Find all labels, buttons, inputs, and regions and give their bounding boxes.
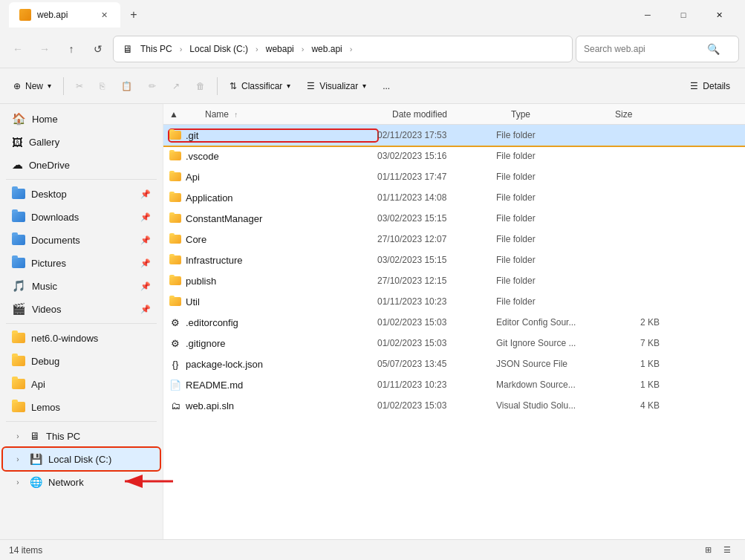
desktop-pin-icon: 📌: [140, 189, 151, 199]
close-button[interactable]: ✕: [702, 3, 736, 27]
sort-button[interactable]: ⇅ Classificar ▾: [222, 73, 298, 100]
address-bar[interactable]: 🖥 This PC › Local Disk (C:) › webapi › w…: [113, 36, 573, 62]
sidebar-item-debug[interactable]: Debug: [3, 350, 160, 372]
home-icon: 🏠: [12, 112, 26, 126]
file-type: File folder: [496, 234, 600, 244]
tab-close-button[interactable]: ✕: [98, 9, 110, 21]
up-button[interactable]: ↑: [59, 37, 83, 61]
maximize-button[interactable]: □: [666, 3, 700, 27]
navbar: ← → ↑ ↺ 🖥 This PC › Local Disk (C:) › we…: [0, 30, 745, 68]
file-type: File folder: [496, 213, 600, 224]
sidebar-item-onedrive[interactable]: ☁ OneDrive: [3, 154, 160, 176]
folder-icon: [169, 235, 181, 244]
paste-button[interactable]: 📋: [114, 73, 140, 100]
breadcrumb-thispc[interactable]: This PC: [137, 42, 175, 56]
sidebar-item-lemos[interactable]: Lemos: [3, 396, 160, 418]
file-date: 05/07/2023 13:45: [377, 359, 496, 369]
toolbar-sep2: [217, 77, 218, 95]
sidebar-item-music[interactable]: 🎵 Music 📌: [3, 275, 160, 297]
view-label: Visualizar: [319, 81, 358, 91]
file-size: 4 KB: [600, 400, 660, 411]
minimize-button[interactable]: ─: [631, 3, 665, 27]
sidebar-label-localdisk: Local Disk (C:): [48, 454, 111, 465]
col-size-header[interactable]: Size: [615, 109, 674, 120]
forward-button[interactable]: →: [33, 37, 56, 61]
sidebar-item-api[interactable]: Api: [3, 373, 160, 395]
toolbar: ⊕ New ▾ ✂ ⎘ 📋 ✏ ↗ 🗑 ⇅ Classificar ▾: [0, 68, 745, 104]
more-button[interactable]: ...: [375, 73, 397, 100]
table-row[interactable]: ConstantManager 03/02/2023 15:15 File fo…: [163, 208, 745, 229]
folder-icon: [169, 297, 181, 306]
sidebar-item-gallery[interactable]: 🖼 Gallery: [3, 131, 160, 153]
table-row[interactable]: Core 27/10/2023 12:07 File folder: [163, 229, 745, 250]
list-view-button[interactable]: ☰: [718, 542, 736, 559]
toolbar-sep1: [63, 77, 64, 95]
table-row[interactable]: 🗂 web.api.sln 01/02/2023 15:03 Visual St…: [163, 395, 745, 416]
table-row[interactable]: publish 27/10/2023 12:15 File folder: [163, 270, 745, 291]
table-row[interactable]: .vscode 03/02/2023 15:16 File folder: [163, 146, 745, 166]
new-tab-button[interactable]: +: [123, 4, 144, 25]
documents-pin-icon: 📌: [140, 235, 151, 245]
table-row[interactable]: Api 01/11/2023 17:47 File folder: [163, 166, 745, 187]
share-button[interactable]: ↗: [165, 73, 187, 100]
rename-button[interactable]: ✏: [141, 73, 163, 100]
sidebar-item-desktop[interactable]: Desktop 📌: [3, 183, 160, 205]
file-type: File folder: [496, 192, 600, 203]
sidebar-label-videos: Videos: [32, 304, 62, 315]
file-date: 27/10/2023 12:07: [377, 234, 496, 244]
table-row[interactable]: Infrastructure 03/02/2023 15:15 File fol…: [163, 250, 745, 270]
folder-icon: [169, 255, 181, 264]
sidebar-label-pictures: Pictures: [31, 258, 66, 269]
delete-icon: 🗑: [196, 81, 205, 91]
sidebar-item-pictures[interactable]: Pictures 📌: [3, 252, 160, 274]
table-row[interactable]: Application 01/11/2023 14:08 File folder: [163, 187, 745, 208]
grid-view-button[interactable]: ⊞: [699, 542, 717, 559]
sidebar-item-videos[interactable]: 🎬 Videos 📌: [3, 298, 160, 320]
sidebar-item-documents[interactable]: Documents 📌: [3, 229, 160, 251]
table-row[interactable]: .git 02/11/2023 17:53 File folder: [163, 125, 745, 146]
col-name-header[interactable]: Name ↑: [184, 109, 392, 120]
col-type-header[interactable]: Type: [511, 109, 615, 120]
table-row[interactable]: ⚙ .gitignore 01/02/2023 15:03 Git Ignore…: [163, 333, 745, 354]
view-button[interactable]: ☰ Visualizar ▾: [299, 73, 374, 100]
search-input[interactable]: [584, 44, 703, 54]
search-bar[interactable]: 🔍: [576, 36, 739, 62]
file-content: ▲ Name ↑ Date modified Type Size .git 02…: [163, 104, 745, 539]
sidebar-item-thispc[interactable]: › 🖥 This PC: [3, 425, 160, 447]
file-type: Git Ignore Source ...: [496, 338, 600, 348]
file-date: 03/02/2023 15:15: [377, 255, 496, 265]
table-row[interactable]: {} package-lock.json 05/07/2023 13:45 JS…: [163, 354, 745, 374]
file-date: 03/02/2023 15:16: [377, 151, 496, 161]
sidebar-item-downloads[interactable]: Downloads 📌: [3, 206, 160, 228]
sidebar-item-network[interactable]: › 🌐 Network: [3, 471, 160, 493]
share-icon: ↗: [172, 81, 180, 91]
search-icon[interactable]: 🔍: [707, 43, 720, 55]
breadcrumb-webapi[interactable]: webapi: [263, 42, 297, 56]
table-row[interactable]: Util 01/11/2023 10:23 File folder: [163, 291, 745, 312]
new-button[interactable]: ⊕ New ▾: [6, 73, 59, 100]
file-date: 03/02/2023 15:15: [377, 213, 496, 224]
sort-icon: ⇅: [230, 81, 237, 91]
sidebar-item-home[interactable]: 🏠 Home: [3, 108, 160, 130]
sidebar-label-downloads: Downloads: [31, 212, 79, 223]
breadcrumb-webapi2[interactable]: web.api: [308, 42, 345, 56]
sidebar-label-network: Network: [48, 477, 84, 488]
sidebar-item-net60[interactable]: net6.0-windows: [3, 327, 160, 349]
breadcrumb-localdisk[interactable]: Local Disk (C:): [186, 42, 251, 56]
debug-folder-icon: [12, 356, 25, 366]
active-tab[interactable]: web.api ✕: [9, 2, 120, 27]
localdisk-expand-icon: ›: [12, 453, 24, 465]
col-date-header[interactable]: Date modified: [392, 109, 511, 120]
table-row[interactable]: 📄 README.md 01/11/2023 10:23 Markdown So…: [163, 374, 745, 395]
details-button[interactable]: ☰ Details: [681, 73, 739, 100]
file-date: 01/11/2023 17:47: [377, 172, 496, 182]
table-row[interactable]: ⚙ .editorconfig 01/02/2023 15:03 Editor …: [163, 312, 745, 333]
statusbar: 14 items ⊞ ☰: [0, 539, 745, 560]
delete-button[interactable]: 🗑: [189, 73, 212, 100]
copy-button[interactable]: ⎘: [92, 73, 112, 100]
cut-button[interactable]: ✂: [68, 73, 91, 100]
downloads-folder-icon: [12, 212, 25, 222]
refresh-button[interactable]: ↺: [86, 37, 110, 61]
back-button[interactable]: ←: [6, 37, 30, 61]
sidebar-item-localdisk[interactable]: › 💾 Local Disk (C:): [3, 448, 160, 470]
